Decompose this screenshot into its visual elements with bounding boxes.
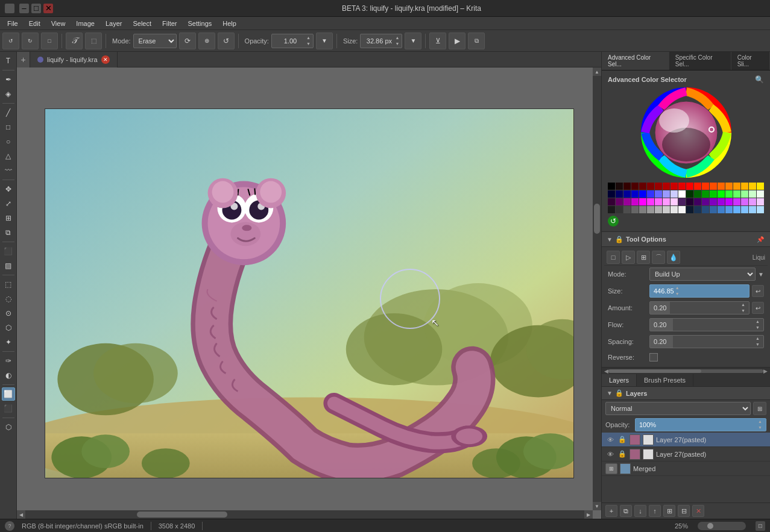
mirror-btn[interactable]: ⊻ — [429, 33, 446, 49]
tool-freehand[interactable]: 〰 — [2, 164, 15, 177]
color-swatch[interactable] — [686, 190, 693, 198]
color-swatch[interactable] — [639, 190, 646, 198]
color-swatch[interactable] — [623, 183, 631, 190]
mode-select[interactable]: Erase Build Up Normal — [133, 34, 177, 48]
color-swatch[interactable] — [647, 198, 654, 205]
color-swatch[interactable] — [608, 183, 615, 190]
mode-option-select[interactable]: Build Up Move Scale Rotate Pull — [649, 268, 756, 281]
scroll-down-button[interactable]: ▼ — [593, 502, 601, 510]
reverse-checkbox[interactable] — [649, 353, 658, 361]
color-swatch[interactable] — [631, 198, 639, 205]
size-reset-btn[interactable]: ↩ — [752, 285, 764, 297]
layer-lock-btn-1[interactable]: 🔒 — [617, 449, 627, 459]
color-swatch[interactable] — [725, 183, 733, 190]
tool-poly-sel[interactable]: ⬡ — [2, 321, 15, 334]
color-wheel[interactable] — [641, 87, 731, 178]
color-swatch[interactable] — [639, 183, 646, 190]
tool-fill[interactable]: ⬛ — [2, 245, 15, 258]
scroll-right-arrow[interactable]: ▶ — [763, 368, 768, 374]
scroll-thumb[interactable] — [608, 369, 701, 373]
copy-btn[interactable]: ⧉ — [468, 33, 485, 49]
color-swatch[interactable] — [631, 183, 639, 190]
color-swatch[interactable] — [686, 206, 693, 213]
tool-ellipse-sel[interactable]: ◌ — [2, 292, 15, 305]
tab-close-button[interactable]: ✕ — [101, 55, 110, 64]
color-swatch[interactable] — [655, 206, 662, 213]
brush-tool-btn[interactable]: 𝒯 — [66, 33, 83, 49]
layer-grid-btn[interactable]: ⊞ — [753, 402, 766, 415]
tool-pan[interactable]: ⬜ — [2, 387, 15, 401]
color-swatch[interactable] — [710, 206, 717, 213]
color-swatch[interactable] — [655, 198, 662, 205]
maximize-button[interactable]: □ — [31, 4, 41, 13]
tool-brush[interactable]: ✒ — [2, 73, 15, 86]
tool-icon-1[interactable]: □ — [607, 251, 620, 264]
redo-button[interactable]: ↻ — [22, 33, 39, 49]
tool-polygon[interactable]: △ — [2, 149, 15, 163]
scroll-thumb-v[interactable] — [594, 204, 600, 234]
color-swatch[interactable] — [616, 198, 623, 205]
mode-dropdown-arrow[interactable]: ▼ — [758, 271, 764, 278]
new-tab-button[interactable]: + — [17, 52, 30, 67]
horizontal-scrollbar[interactable]: ◀ ▶ — [17, 510, 593, 519]
tool-icon-5[interactable]: 💧 — [667, 251, 680, 264]
color-swatch[interactable] — [718, 206, 725, 213]
color-swatch[interactable] — [702, 190, 709, 198]
tab-advanced-color[interactable]: Advanced Color Sel... — [602, 52, 669, 70]
color-swatch[interactable] — [725, 190, 733, 198]
origin-btn[interactable]: ⊕ — [198, 33, 215, 49]
tool-gradient[interactable]: ▨ — [2, 259, 15, 272]
scroll-left-arrow[interactable]: ◀ — [604, 368, 608, 374]
zoom-slider[interactable] — [698, 522, 746, 530]
menu-file[interactable]: File — [2, 19, 23, 28]
color-swatch[interactable] — [678, 198, 686, 205]
color-swatch[interactable] — [694, 190, 701, 198]
color-swatch[interactable] — [608, 198, 615, 205]
size-option-spinbox[interactable]: 446.85 ▲ ▼ — [649, 284, 749, 298]
color-swatch[interactable] — [623, 198, 631, 205]
color-swatch[interactable] — [608, 206, 615, 213]
tool-transform[interactable]: ⤢ — [2, 197, 15, 210]
scroll-up-button[interactable]: ▲ — [593, 67, 601, 76]
color-swatch[interactable] — [686, 183, 693, 190]
pin-btn[interactable]: 📌 — [756, 234, 765, 244]
layer-item-2[interactable]: ⊞ Merged — [602, 462, 770, 476]
tool-magic-wand[interactable]: ✦ — [2, 336, 15, 349]
layer-blend-select[interactable]: Normal Multiply Screen Overlay — [605, 402, 751, 415]
color-swatch[interactable] — [678, 190, 686, 198]
minimize-button[interactable]: – — [19, 4, 29, 13]
eyedropper-btn[interactable]: 🔍 — [755, 75, 764, 84]
color-refresh-btn[interactable]: ↺ — [608, 216, 619, 227]
color-swatch[interactable] — [725, 198, 733, 205]
tool-ellipse[interactable]: ○ — [2, 135, 15, 148]
scroll-left-button[interactable]: ◀ — [17, 510, 25, 519]
color-swatch[interactable] — [718, 198, 725, 205]
menu-settings[interactable]: Settings — [183, 19, 217, 28]
tab-color-sliders[interactable]: Color Sli... — [731, 52, 770, 70]
tool-eraser[interactable]: ◈ — [2, 87, 15, 101]
color-swatch[interactable] — [757, 183, 764, 190]
layer-vis-btn-1[interactable]: 👁 — [605, 449, 615, 459]
color-swatch[interactable] — [671, 183, 678, 190]
refresh-btn[interactable]: ↺ — [218, 33, 235, 49]
color-swatch[interactable] — [671, 206, 678, 213]
opacity-spinbox[interactable]: 1.00 ▲ ▼ — [271, 34, 314, 48]
color-swatch[interactable] — [694, 183, 701, 190]
spacing-option-spinbox[interactable]: 0.20 ▲ ▼ — [649, 335, 764, 348]
color-swatch[interactable] — [733, 183, 740, 190]
color-swatch[interactable] — [663, 206, 670, 213]
menu-select[interactable]: Select — [128, 19, 156, 28]
color-swatch[interactable] — [639, 198, 646, 205]
zoom-fit-btn[interactable]: ⊡ — [756, 521, 765, 531]
color-swatch[interactable] — [710, 198, 717, 205]
wrap-btn[interactable]: ⟳ — [179, 33, 196, 49]
color-swatch[interactable] — [725, 206, 733, 213]
color-swatch[interactable] — [671, 190, 678, 198]
color-swatch[interactable] — [616, 206, 623, 213]
tool-eyedropper[interactable]: ✑ — [2, 354, 15, 368]
undo-button[interactable]: ↺ — [2, 33, 19, 49]
move-layer-up-btn[interactable]: ↑ — [649, 505, 661, 517]
color-swatch[interactable] — [718, 183, 725, 190]
color-swatch[interactable] — [663, 190, 670, 198]
menu-help[interactable]: Help — [218, 19, 241, 28]
